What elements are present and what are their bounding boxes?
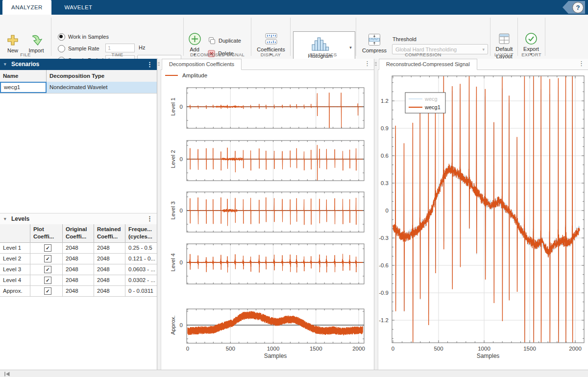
collapse-triangle-icon[interactable]: ▾ — [4, 59, 6, 70]
column-header-frequency[interactable]: Freque... (cycles... — [125, 224, 157, 242]
frequency-range-cell[interactable]: 0.0603 - ... — [125, 264, 157, 275]
svg-text:0: 0 — [180, 104, 183, 110]
original-coefficients-cell[interactable]: 2048 — [63, 285, 94, 296]
panel-splitter[interactable] — [157, 59, 161, 370]
svg-text:0.6: 0.6 — [381, 153, 389, 159]
decomposition-panel: Decomposition Coefficients ⋮ Amplitude 0… — [157, 59, 374, 370]
column-header-decomposition-type[interactable]: Decomposition Type — [47, 70, 157, 82]
levels-table-row[interactable]: Level 3✓204820480.0603 - ... — [0, 264, 157, 275]
import-arrow-icon — [30, 34, 43, 47]
svg-text:2000: 2000 — [569, 346, 582, 352]
level-name-cell[interactable]: Level 2 — [0, 253, 30, 264]
level-name-cell[interactable]: Approx. — [0, 285, 30, 296]
tab-reconstructed-compressed-signal[interactable]: Reconstructed-Compressed Signal — [379, 59, 477, 70]
reconstructed-panel: Reconstructed-Compressed Signal ⋮ 1.20.9… — [374, 59, 588, 370]
scenario-name-cell[interactable]: wecg1 — [0, 82, 47, 93]
svg-text:-0.6: -0.6 — [379, 262, 389, 268]
svg-text:0: 0 — [386, 208, 389, 213]
dots-menu-icon[interactable]: ⋮ — [364, 60, 370, 67]
reconstructed-signal-plot[interactable]: 1.20.90.60.30-0.3-0.6-0.9-1.205001000150… — [374, 70, 588, 370]
level-name-cell[interactable]: Level 1 — [0, 242, 30, 253]
tab-analyzer[interactable]: ANALYZER — [2, 0, 51, 15]
levels-table-row[interactable]: Level 2✓204820480.121 - 0... — [0, 253, 157, 264]
frequency-range-cell[interactable]: 0.0302 - ... — [125, 275, 157, 285]
levels-header[interactable]: ▾ Levels ⋮ — [0, 213, 157, 225]
svg-text:1500: 1500 — [310, 346, 322, 352]
original-coefficients-cell[interactable]: 2048 — [63, 264, 94, 275]
compress-button[interactable]: Compress — [361, 33, 388, 53]
dots-menu-icon[interactable]: ⋮ — [147, 213, 153, 224]
frequency-range-cell[interactable]: 0.25 - 0.5 — [125, 242, 157, 253]
levels-table-row[interactable]: Level 4✓204820480.0302 - ... — [0, 275, 157, 286]
plot-coefficients-checkbox[interactable]: ✓ — [44, 287, 51, 295]
svg-text:Approx.: Approx. — [170, 315, 176, 335]
radio-label-work: Work in Samples — [68, 34, 109, 40]
retained-coefficients-cell[interactable]: 2048 — [94, 264, 125, 275]
radio-selected-icon[interactable] — [58, 33, 65, 41]
svg-text:Level 1: Level 1 — [170, 97, 176, 116]
separator — [517, 18, 518, 56]
collapse-triangle-icon[interactable]: ▾ — [4, 213, 6, 224]
tab-decomposition-coefficients[interactable]: Decomposition Coefficients — [162, 59, 242, 70]
scenario-row[interactable]: wecg1 Nondecimated Wavelet — [0, 82, 157, 94]
retained-coefficients-cell[interactable]: 2048 — [94, 242, 125, 253]
svg-text:Level 4: Level 4 — [170, 253, 176, 272]
frequency-range-cell[interactable]: 0 - 0.0311 — [125, 285, 157, 296]
separator — [290, 18, 291, 56]
svg-text:1000: 1000 — [478, 346, 490, 352]
level-name-cell[interactable]: Level 3 — [0, 264, 30, 275]
scenario-type-cell[interactable]: Nondecimated Wavelet — [47, 82, 157, 93]
svg-text:Level 3: Level 3 — [170, 201, 176, 219]
new-button[interactable]: New — [3, 34, 23, 53]
dots-menu-icon[interactable]: ⋮ — [147, 59, 153, 70]
decomposition-subplot-5[interactable]: 0Approx.0500100015002000Samples — [157, 308, 374, 360]
left-panel: ▾ Scenarios ⋮ Name Decomposition Type we… — [0, 59, 157, 370]
levels-table-row[interactable]: Level 1✓204820480.25 - 0.5 — [0, 242, 157, 254]
column-header-name[interactable]: Name — [0, 70, 47, 82]
svg-text:2000: 2000 — [352, 346, 365, 352]
add-circle-plus-icon — [188, 32, 201, 46]
original-coefficients-cell[interactable]: 2048 — [63, 275, 94, 285]
help-button[interactable]: ? — [572, 2, 584, 13]
amplitude-legend: Amplitude — [165, 72, 207, 78]
frequency-range-cell[interactable]: 0.121 - 0... — [125, 253, 157, 264]
collapse-left-icon[interactable] — [4, 372, 10, 377]
decomposition-subplot-4[interactable]: 0Level 4 — [157, 243, 374, 284]
level-name-cell[interactable]: Level 4 — [0, 275, 30, 285]
plot-coefficients-checkbox[interactable]: ✓ — [44, 255, 51, 262]
hz-label: Hz — [139, 45, 145, 50]
retained-coefficients-cell[interactable]: 2048 — [94, 275, 125, 285]
column-header-blank — [0, 224, 30, 242]
svg-text:Level 2: Level 2 — [170, 150, 176, 168]
section-label-decomposed: DECOMPOSED SIGNAL — [184, 52, 251, 57]
dots-menu-icon[interactable]: ⋮ — [578, 60, 585, 67]
original-coefficients-cell[interactable]: 2048 — [63, 253, 94, 264]
scenarios-header[interactable]: ▾ Scenarios ⋮ — [0, 59, 157, 70]
levels-table-row[interactable]: Approx.✓204820480 - 0.0311 — [0, 285, 157, 297]
import-button[interactable]: Import — [24, 34, 48, 53]
original-coefficients-cell[interactable]: 2048 — [63, 242, 94, 253]
column-header-retained[interactable]: Retained Coeffi... — [94, 224, 125, 242]
retained-coefficients-cell[interactable]: 2048 — [94, 253, 125, 264]
levels-title: Levels — [11, 215, 29, 222]
check-icon: ✓ — [46, 288, 49, 294]
chevron-down-icon: ▾ — [482, 47, 485, 52]
plot-coefficients-checkbox[interactable]: ✓ — [44, 277, 51, 284]
plot-coefficients-checkbox[interactable]: ✓ — [44, 244, 51, 252]
plot-coefficients-checkbox[interactable]: ✓ — [44, 266, 51, 273]
decomposition-subplot-3[interactable]: 0Level 3 — [157, 191, 374, 233]
duplicate-button[interactable]: Duplicate — [208, 36, 241, 45]
radio-icon[interactable] — [58, 45, 65, 52]
tab-wavelet[interactable]: WAVELET — [51, 0, 105, 15]
decomposition-subplot-1[interactable]: 0Level 1 — [157, 87, 374, 129]
radio-work-in-samples[interactable]: Work in Samples — [58, 32, 109, 41]
layout-grid-icon — [498, 32, 511, 45]
svg-text:0: 0 — [180, 156, 183, 162]
question-icon: ? — [576, 4, 580, 11]
column-header-original[interactable]: Original Coeffi... — [63, 224, 94, 242]
column-header-plot[interactable]: Plot Coeffi... — [30, 224, 63, 242]
header-line: Coeffi... — [97, 234, 118, 239]
sample-rate-input[interactable] — [105, 44, 135, 52]
decomposition-subplot-2[interactable]: 0Level 2 — [157, 140, 374, 181]
retained-coefficients-cell[interactable]: 2048 — [94, 285, 125, 296]
